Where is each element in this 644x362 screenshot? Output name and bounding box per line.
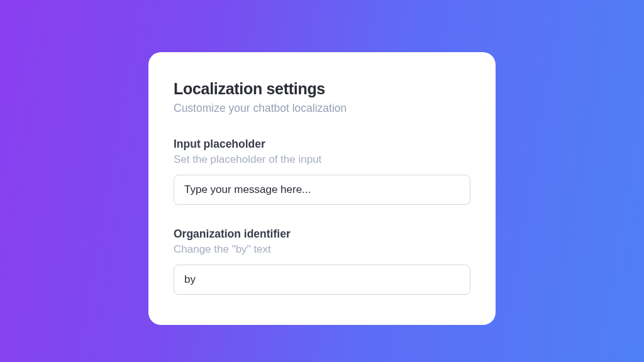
organization-identifier-field[interactable] <box>174 265 470 295</box>
organization-identifier-help: Change the "by" text <box>174 243 470 256</box>
organization-identifier-group: Organization identifier Change the "by" … <box>174 228 470 295</box>
card-subtitle: Customize your chatbot localization <box>174 102 470 115</box>
input-placeholder-group: Input placeholder Set the placeholder of… <box>174 138 470 205</box>
card-title: Localization settings <box>174 80 470 98</box>
input-placeholder-help: Set the placeholder of the input <box>174 153 470 166</box>
input-placeholder-label: Input placeholder <box>174 138 470 151</box>
organization-identifier-label: Organization identifier <box>174 228 470 241</box>
localization-settings-card: Localization settings Customize your cha… <box>148 52 496 325</box>
input-placeholder-field[interactable] <box>174 175 470 205</box>
